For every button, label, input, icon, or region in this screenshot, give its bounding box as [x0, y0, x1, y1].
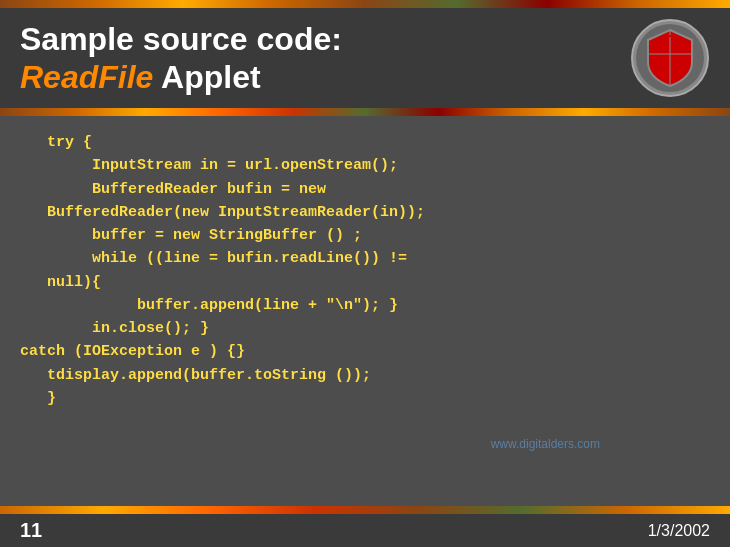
title-block: Sample source code: ReadFile Applet: [20, 20, 342, 97]
title-line2: ReadFile Applet: [20, 58, 342, 96]
page-number: 11: [20, 519, 42, 542]
shield-logo: [630, 18, 710, 98]
footer: 11 1/3/2002: [0, 514, 730, 547]
slide: Sample source code: ReadFile Applet try …: [0, 0, 730, 547]
bottom-decorative-bar: [0, 506, 730, 514]
footer-date: 1/3/2002: [648, 522, 710, 540]
title-applet: Applet: [153, 59, 260, 95]
code-area: try { InputStream in = url.openStream();…: [0, 116, 730, 506]
separator-bar: [0, 108, 730, 116]
title-italic: ReadFile: [20, 59, 153, 95]
title-text-line1: Sample source code:: [20, 21, 342, 57]
code-block: try { InputStream in = url.openStream();…: [20, 131, 710, 410]
top-decorative-bar: [0, 0, 730, 8]
watermark: www.digitalders.com: [491, 437, 600, 451]
header: Sample source code: ReadFile Applet: [0, 8, 730, 108]
title-line1: Sample source code:: [20, 20, 342, 58]
